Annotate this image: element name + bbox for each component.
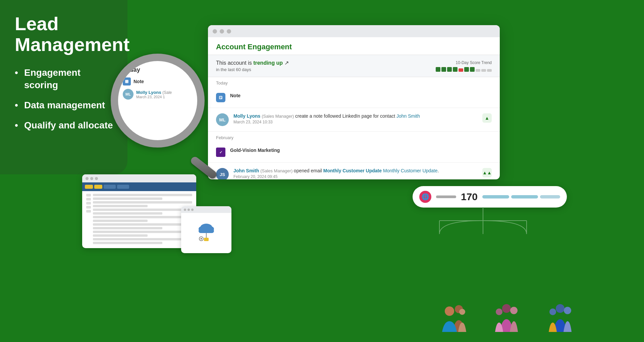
person-group-1 <box>436 302 470 332</box>
people-row <box>436 302 577 332</box>
bar-2 <box>441 67 446 72</box>
magnifier-note-row: Note <box>123 77 193 86</box>
bar-10 <box>487 69 492 72</box>
activity-detail-1: ML Molly Lyons (Sales Manager) create a … <box>208 108 500 132</box>
bullet-item-2: Data management <box>15 99 114 111</box>
bar-9 <box>481 69 486 72</box>
window-dot-1 <box>213 29 217 34</box>
svg-point-28 <box>564 307 571 314</box>
chevron-up-icon-2[interactable]: ▲▲ <box>482 168 492 177</box>
bullet-item-1: Engagement scoring <box>15 67 114 91</box>
magnifier-note-icon <box>123 77 131 86</box>
activity-detail-2: JS John Smith (Sales Manager) opened ema… <box>208 163 500 179</box>
cloud-icon-area <box>195 220 218 244</box>
company-name: Gold-Vision Marketing <box>230 148 492 153</box>
feature-list: Engagement scoring Data management Quali… <box>15 67 114 140</box>
cloud-dot-3 <box>191 209 194 211</box>
score-line-left <box>436 195 456 198</box>
svg-rect-13 <box>204 238 209 241</box>
cloud-dot-2 <box>187 209 190 211</box>
activity-contact: John Smith <box>396 113 420 119</box>
list-window-body <box>82 191 196 247</box>
svg-rect-11 <box>199 229 214 233</box>
person-group-icon-2 <box>490 302 523 332</box>
score-number: 170 <box>461 191 478 203</box>
person-group-icon-3 <box>543 302 577 332</box>
magnifier-user-info: Molly Lyons (Sale March 23, 2024 1 <box>136 90 172 99</box>
activity-item-2: ✓ Gold-Vision Marketing <box>208 142 500 163</box>
trending-text: This account is trending up ↗ <box>216 60 289 66</box>
magnifier-circle: Today Note ML Molly Lyons ( <box>111 54 205 148</box>
magnifier-user-row: ML Molly Lyons (Sale March 23, 2024 1 <box>123 89 193 100</box>
list-dot-3 <box>95 177 98 180</box>
avatar-js: JS <box>216 168 229 179</box>
magnifier-today: Today <box>123 66 193 73</box>
svg-point-24 <box>502 304 511 313</box>
nav-pill-1 <box>85 185 93 189</box>
score-trend-label: 10-Day Score Trend <box>456 60 492 65</box>
svg-point-27 <box>556 304 565 313</box>
person-group-3 <box>543 302 577 332</box>
svg-point-29 <box>549 308 556 315</box>
activity-time-2: February 20, 2024 09:45 <box>233 174 478 179</box>
activity-user-name: Molly Lyons <box>233 113 260 119</box>
trending-highlight: trending up <box>253 60 283 66</box>
score-bars-right <box>482 195 560 198</box>
list-window-nav <box>82 182 196 191</box>
window-dot-3 <box>227 29 231 34</box>
activity-content-1: Molly Lyons (Sales Manager) create a not… <box>233 113 478 124</box>
list-dot-2 <box>90 177 93 180</box>
person-group-icon-1 <box>436 302 470 332</box>
magnifier-content: Today Note ML Molly Lyons ( <box>118 61 197 105</box>
score-trend: 10-Day Score Trend <box>436 60 492 72</box>
magnifier-user-date: March 23, 2024 1 <box>136 95 172 99</box>
section-february: February <box>208 132 500 142</box>
magnifier-user-name: Molly Lyons (Sale <box>136 90 172 95</box>
svg-point-26 <box>496 308 502 315</box>
tree-connector <box>413 207 553 244</box>
cloud-dot-1 <box>184 209 186 211</box>
nav-pill-4 <box>117 185 129 189</box>
activity-time-1: March 23, 2024 10:33 <box>233 120 478 124</box>
activity-item-1: Note <box>208 88 500 108</box>
svg-point-23 <box>459 309 465 315</box>
score-seg-3 <box>540 195 560 198</box>
svg-point-25 <box>510 307 518 314</box>
chevron-up-icon-1[interactable]: ▲ <box>482 113 492 123</box>
activity-content-2: John Smith (Sales Manager) opened email … <box>233 168 478 179</box>
list-main <box>93 194 192 244</box>
browser-content: Account Engagement This account is trend… <box>208 37 500 179</box>
bar-6 <box>464 67 469 72</box>
left-panel: Lead Management Engagement scoring Data … <box>0 0 127 174</box>
browser-titlebar <box>208 25 500 37</box>
globe-icon: 🌐 <box>419 191 431 203</box>
svg-point-15 <box>201 238 202 240</box>
cloud-window-titlebar <box>181 206 231 213</box>
bar-1 <box>436 67 440 72</box>
magnifier: Today Note ML Molly Lyons ( <box>111 54 225 168</box>
bullet-item-3: Qualify and allocate <box>15 119 114 131</box>
trending-info: This account is trending up ↗ in the las… <box>216 60 289 72</box>
bar-4 <box>453 67 458 72</box>
cloud-window <box>181 206 231 253</box>
section-title: Account Engagement <box>216 43 492 51</box>
nav-pill-3 <box>104 185 116 189</box>
main-title: Lead Management <box>15 13 114 55</box>
email-link: Monthly Customer Update <box>323 168 382 173</box>
window-dot-2 <box>220 29 224 34</box>
trending-subtext: in the last 60 days <box>216 67 289 72</box>
activity-user-2: John Smith <box>233 168 259 173</box>
bar-5 <box>459 68 463 72</box>
score-seg-2 <box>511 195 538 198</box>
list-sidebar <box>86 194 91 244</box>
score-seg-1 <box>482 195 509 198</box>
browser-header: Account Engagement <box>208 37 500 55</box>
browser-window: Account Engagement This account is trend… <box>208 25 500 179</box>
nav-pill-2 <box>94 185 102 189</box>
score-bars <box>436 67 492 72</box>
score-widget: 🌐 170 <box>413 186 567 208</box>
bar-3 <box>447 67 452 72</box>
cloud-sync-icon <box>195 220 218 244</box>
section-today: Today <box>208 77 500 88</box>
magnifier-note-label: Note <box>133 79 144 84</box>
